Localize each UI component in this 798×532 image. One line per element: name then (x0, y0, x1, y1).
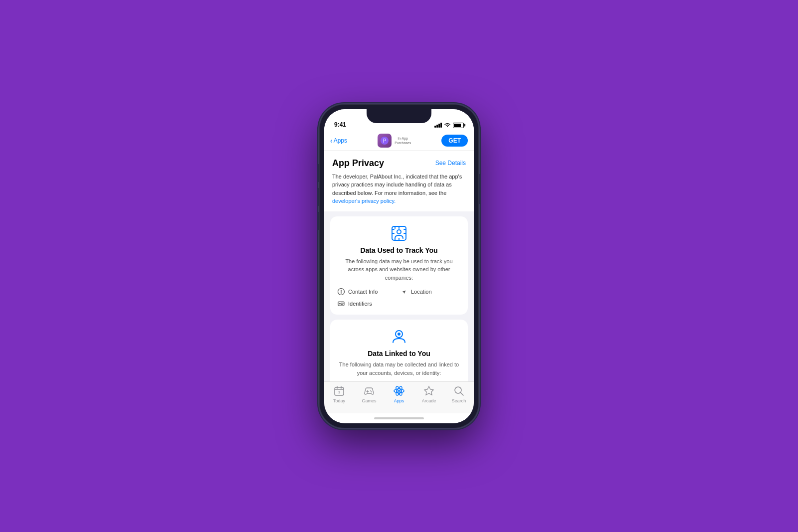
search-tab-label: Search (452, 398, 466, 403)
nav-bar: ‹ Apps P In-App Purchases GET (324, 131, 474, 151)
tab-search[interactable]: Search (444, 385, 474, 403)
svg-point-46 (371, 391, 372, 392)
track-data-items: Contact Info Location (337, 288, 461, 308)
svg-line-52 (460, 392, 463, 395)
wifi-icon (444, 123, 451, 128)
games-icon (363, 385, 375, 397)
list-item: Contact Info (337, 288, 398, 296)
location-icon (400, 288, 408, 296)
list-item: Location (400, 288, 461, 296)
svg-point-21 (398, 333, 400, 336)
privacy-description: The developer, PalAbout Inc., indicated … (332, 173, 466, 205)
privacy-title: App Privacy (332, 158, 384, 169)
status-icons (434, 123, 464, 128)
app-icon: P (378, 134, 392, 148)
privacy-header: App Privacy See Details The developer, P… (324, 151, 474, 211)
see-details-link[interactable]: See Details (435, 160, 466, 167)
track-card-icon-area (337, 224, 461, 242)
today-icon: 1 (333, 385, 345, 397)
arcade-icon (423, 385, 435, 397)
location-label: Location (411, 289, 432, 295)
svg-text:1: 1 (338, 390, 340, 394)
back-chevron-icon: ‹ (330, 137, 333, 144)
linked-card-title: Data Linked to You (337, 350, 461, 357)
linked-card-description: The following data may be collected and … (337, 360, 461, 377)
id-icon (337, 300, 345, 308)
info-icon (337, 288, 345, 296)
tab-bar: 1 Today Games (324, 381, 474, 413)
home-indicator (324, 413, 474, 423)
svg-point-45 (370, 390, 371, 391)
svg-point-3 (397, 230, 401, 234)
back-label: Apps (334, 137, 347, 144)
svg-text:P: P (383, 138, 387, 144)
nav-center: P In-App Purchases (347, 134, 441, 148)
track-card: Data Used to Track You The following dat… (330, 216, 468, 315)
privacy-title-row: App Privacy See Details (332, 158, 466, 169)
tab-apps[interactable]: Apps (384, 385, 414, 403)
home-bar (374, 417, 424, 419)
track-card-title: Data Used to Track You (337, 246, 461, 254)
scroll-content[interactable]: App Privacy See Details The developer, P… (324, 151, 474, 381)
svg-point-16 (339, 303, 341, 305)
privacy-policy-link[interactable]: developer's privacy policy. (332, 198, 396, 204)
track-card-description: The following data may be used to track … (337, 257, 461, 282)
tab-arcade[interactable]: Arcade (414, 385, 444, 403)
linked-icon (390, 328, 408, 346)
cards-container: Data Used to Track You The following dat… (324, 211, 474, 381)
tab-today[interactable]: 1 Today (324, 385, 354, 403)
list-item: Identifiers (337, 300, 398, 308)
linked-card-icon-area (337, 328, 461, 346)
tab-games[interactable]: Games (354, 385, 384, 403)
apps-icon (393, 385, 405, 397)
search-icon (453, 385, 465, 397)
svg-point-50 (398, 390, 400, 392)
games-tab-label: Games (362, 398, 376, 403)
identifiers-label: Identifiers (348, 301, 372, 307)
linked-card: Data Linked to You The following data ma… (330, 320, 468, 381)
notch (367, 109, 431, 123)
privacy-desc-text: The developer, PalAbout Inc., indicated … (332, 174, 462, 196)
contact-info-label: Contact Info (348, 289, 378, 295)
get-button[interactable]: GET (441, 135, 468, 147)
arcade-tab-label: Arcade (422, 398, 436, 403)
back-button[interactable]: ‹ Apps (330, 137, 347, 144)
in-app-label: In-App Purchases (395, 136, 411, 145)
phone-screen: 9:41 (324, 109, 474, 423)
today-tab-label: Today (333, 398, 345, 403)
track-icon (390, 224, 408, 242)
apps-tab-label: Apps (394, 398, 404, 403)
battery-icon (453, 123, 464, 128)
svg-point-13 (341, 290, 342, 291)
signal-icon (434, 123, 442, 128)
status-time: 9:41 (334, 121, 346, 128)
battery-fill (454, 124, 461, 127)
phone-wrapper: 9:41 (319, 104, 479, 428)
